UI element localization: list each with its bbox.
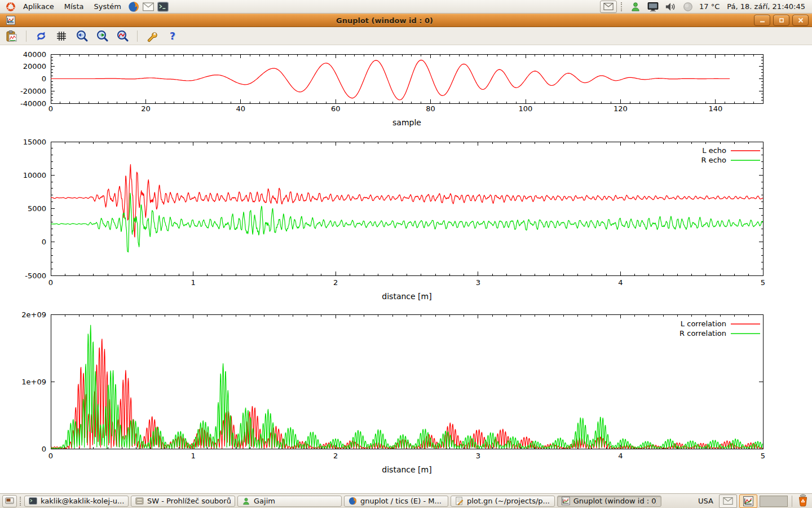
clock-label[interactable]: Pá, 18. září, 21:40:45 bbox=[723, 2, 809, 11]
autoscale-icon[interactable] bbox=[116, 29, 129, 43]
terminal-launcher-icon[interactable] bbox=[157, 1, 169, 13]
mail-launcher-icon[interactable] bbox=[142, 1, 155, 13]
x-tick-label: 1 bbox=[191, 452, 195, 460]
x-tick-label: 2 bbox=[333, 278, 338, 287]
chart-echo: 012345150001000050000-5000distance [m]L … bbox=[23, 138, 766, 301]
x-tick-label: 5 bbox=[761, 278, 765, 287]
plot-canvas-area: 02040608010012014040000200000-20000-4000… bbox=[0, 45, 812, 493]
workspace-switcher[interactable] bbox=[760, 496, 788, 507]
task-label: plot.gn (~/projects/p... bbox=[467, 497, 550, 505]
toolbar-separator bbox=[137, 30, 138, 42]
tray-mail-icon[interactable] bbox=[719, 494, 737, 508]
task-label: kaklik@kaklik-kolej-u... bbox=[41, 497, 124, 505]
x-tick-label: 3 bbox=[476, 278, 480, 287]
y-tick-label: 5000 bbox=[28, 204, 46, 213]
x-tick-label: 4 bbox=[618, 452, 623, 460]
x-tick-label: 4 bbox=[618, 278, 623, 287]
y-tick-label: 40000 bbox=[23, 50, 46, 59]
applet-separator bbox=[792, 496, 792, 507]
task-label: Gnuplot (window id : 0) bbox=[573, 497, 657, 505]
x-tick-label: 3 bbox=[476, 452, 480, 460]
window-icon[interactable] bbox=[5, 14, 17, 27]
applet-drag-handle[interactable] bbox=[621, 2, 624, 11]
task-gnuplot[interactable]: Gnuplot (window id : 0) bbox=[557, 496, 661, 507]
maximize-button[interactable] bbox=[773, 15, 789, 26]
task-text-editor[interactable]: plot.gn (~/projects/p... bbox=[451, 496, 555, 507]
display-icon[interactable] bbox=[647, 1, 659, 13]
y-tick-label: 0 bbox=[42, 445, 46, 453]
task-label: gnuplot / tics (E) - M... bbox=[360, 497, 442, 505]
help-icon[interactable]: ? bbox=[166, 29, 179, 43]
gnuplot-toolbar: ? bbox=[0, 27, 812, 45]
series-line-R correlation bbox=[51, 325, 763, 449]
x-tick-label: 100 bbox=[519, 104, 533, 113]
ubuntu-logo-icon[interactable] bbox=[5, 1, 17, 13]
x-tick-label: 5 bbox=[761, 452, 765, 460]
legend-label: R echo bbox=[701, 156, 726, 164]
task-label: SW - Prohlížeč souborů bbox=[147, 497, 231, 505]
y-tick-label: 2e+09 bbox=[21, 310, 46, 319]
x-tick-label: 20 bbox=[141, 104, 151, 113]
x-tick-label: 120 bbox=[614, 104, 628, 113]
y-tick-label: -5000 bbox=[25, 271, 46, 280]
axes bbox=[51, 142, 763, 275]
x-tick-label: 80 bbox=[426, 104, 435, 113]
configure-icon[interactable] bbox=[145, 29, 159, 43]
show-desktop-button[interactable] bbox=[2, 495, 17, 507]
menu-places[interactable]: Místa bbox=[59, 0, 89, 13]
x-axis-label: distance [m] bbox=[382, 465, 431, 474]
volume-icon[interactable] bbox=[664, 1, 677, 13]
x-tick-label: 60 bbox=[331, 104, 341, 113]
close-button[interactable] bbox=[792, 15, 809, 26]
titlebar: Gnuplot (window id : 0) bbox=[0, 14, 812, 27]
window-title: Gnuplot (window id : 0) bbox=[18, 16, 751, 25]
y-tick-label: 0 bbox=[42, 75, 46, 83]
menu-applications[interactable]: Aplikace bbox=[18, 0, 59, 13]
x-axis-label: distance [m] bbox=[382, 292, 431, 301]
series-line-waveform bbox=[51, 60, 730, 100]
menu-system[interactable]: Systém bbox=[89, 0, 126, 13]
y-tick-label: 0 bbox=[42, 238, 46, 246]
legend-label: R correlation bbox=[679, 329, 726, 338]
toolbar-separator bbox=[26, 30, 27, 42]
y-tick-label: 10000 bbox=[23, 171, 46, 179]
replot-icon[interactable] bbox=[34, 29, 48, 43]
minimize-button[interactable] bbox=[754, 15, 770, 26]
x-tick-label: 40 bbox=[236, 104, 246, 113]
x-tick-label: 0 bbox=[48, 278, 53, 287]
plot-border bbox=[51, 54, 763, 103]
x-tick-label: 0 bbox=[48, 104, 53, 113]
previous-zoom-icon[interactable] bbox=[75, 29, 89, 43]
toggle-grid-icon[interactable] bbox=[55, 29, 68, 43]
trash-icon[interactable] bbox=[796, 493, 810, 508]
x-tick-label: 140 bbox=[708, 104, 722, 113]
weather-icon[interactable] bbox=[682, 1, 694, 13]
task-firefox[interactable]: gnuplot / tics (E) - M... bbox=[344, 496, 448, 507]
copy-to-clipboard-icon[interactable] bbox=[5, 29, 18, 43]
task-gajim[interactable]: Gajim bbox=[237, 496, 342, 507]
temperature-label[interactable]: 17 °C bbox=[698, 2, 721, 11]
x-tick-label: 1 bbox=[191, 278, 195, 287]
axes bbox=[51, 54, 763, 103]
keyboard-layout-indicator[interactable]: USA bbox=[695, 497, 717, 505]
task-terminal[interactable]: kaklik@kaklik-kolej-u... bbox=[24, 496, 129, 507]
user-switcher-icon[interactable] bbox=[629, 1, 642, 13]
chart-correlation: 0123452e+091e+090distance [m]L correlati… bbox=[21, 310, 765, 475]
tasklist-drag-handle[interactable] bbox=[20, 497, 23, 506]
y-tick-label: 15000 bbox=[23, 138, 46, 146]
task-file-manager[interactable]: SW - Prohlížeč souborů bbox=[131, 496, 235, 507]
mail-notification-icon[interactable] bbox=[600, 1, 617, 13]
y-tick-label: -40000 bbox=[20, 99, 46, 108]
firefox-launcher-icon[interactable] bbox=[127, 1, 140, 13]
x-tick-label: 0 bbox=[48, 452, 53, 460]
plot-border bbox=[51, 142, 763, 275]
tray-gnuplot-icon[interactable] bbox=[739, 494, 757, 508]
y-tick-label: -20000 bbox=[20, 87, 46, 95]
chart-waveform: 02040608010012014040000200000-20000-4000… bbox=[20, 50, 763, 128]
y-tick-label: 1e+09 bbox=[21, 378, 46, 386]
gnuplot-window: Gnuplot (window id : 0) bbox=[0, 14, 812, 493]
x-axis-label: sample bbox=[392, 118, 421, 127]
next-zoom-icon[interactable] bbox=[95, 29, 109, 43]
gnuplot-plots[interactable]: 02040608010012014040000200000-20000-4000… bbox=[0, 45, 812, 493]
legend-label: L correlation bbox=[681, 319, 726, 328]
